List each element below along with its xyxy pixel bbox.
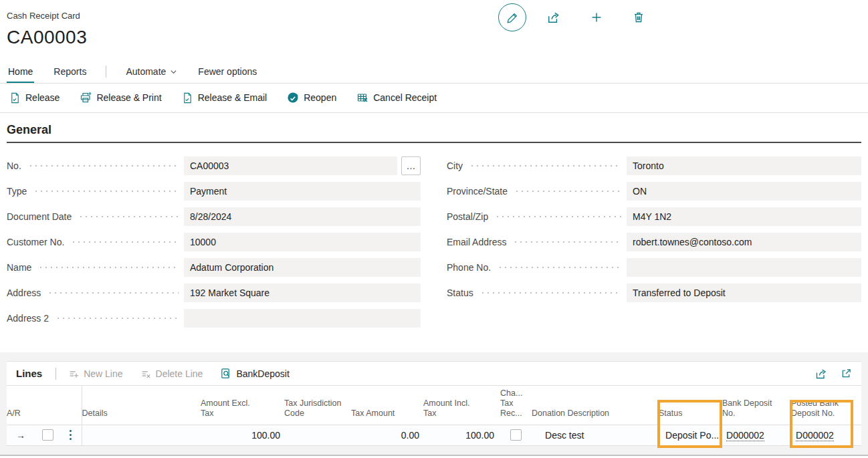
reopen-button[interactable]: Reopen — [287, 92, 336, 104]
column-header-details[interactable]: Details — [82, 386, 201, 425]
province-state-field[interactable]: ON — [627, 182, 861, 201]
dotted-leader — [47, 292, 179, 294]
bank-deposit-button[interactable]: BankDeposit — [220, 368, 289, 379]
column-header-amount-incl-tax[interactable]: Amount Incl. Tax — [423, 386, 500, 425]
column-label: Status — [659, 409, 722, 419]
lines-toolbar: Lines New Line Del — [7, 362, 861, 386]
document-date-field[interactable]: 8/28/2024 — [184, 207, 421, 226]
tax-jurisdiction-code-cell[interactable] — [284, 425, 351, 445]
charitable-tax-receipt-checkbox[interactable] — [510, 429, 522, 441]
page-caption: Cash Receipt Card — [7, 11, 861, 21]
vertical-dots-icon — [60, 430, 82, 440]
column-label: Tax — [201, 409, 284, 419]
release-and-email-button[interactable]: Release & Email — [182, 92, 267, 104]
delete-button[interactable] — [632, 11, 645, 24]
field-row-address: Address 192 Market Square — [7, 283, 421, 302]
column-label: Rec... — [500, 409, 532, 419]
city-field[interactable]: Toronto — [627, 156, 861, 175]
row-select-checkbox[interactable] — [42, 429, 53, 441]
lines-header-row: A/R Details Amount Excl. Tax Tax Jurisdi… — [7, 386, 861, 425]
no-field[interactable]: CA00003 — [184, 156, 397, 175]
focus-mode-expand-button[interactable] — [841, 368, 852, 379]
dotted-leader — [71, 241, 179, 243]
province-state-label: Province/State — [447, 186, 508, 197]
lines-title: Lines — [16, 368, 42, 379]
column-label: Code — [284, 409, 351, 419]
column-header-status[interactable]: Status — [659, 386, 722, 425]
new-line-button[interactable]: New Line — [68, 368, 122, 379]
delete-line-button[interactable]: Delete Line — [140, 368, 203, 379]
column-label: Amount Incl. — [423, 398, 500, 409]
column-header-charitable-tax-receipt[interactable]: Cha... Tax Rec... — [500, 386, 532, 425]
tab-reports[interactable]: Reports — [52, 64, 88, 83]
name-label: Name — [7, 262, 31, 273]
dotted-leader — [514, 190, 621, 193]
no-assist-edit-button[interactable]: … — [401, 156, 421, 175]
bank-deposit-no-cell: D000002 — [722, 425, 791, 445]
column-label: Tax — [423, 409, 500, 419]
phone-no-field[interactable] — [627, 258, 861, 277]
type-field[interactable]: Payment — [184, 182, 421, 201]
tab-home[interactable]: Home — [7, 64, 34, 83]
column-header-posted-bank-deposit-no[interactable]: Posted Bank Deposit No. — [791, 386, 861, 425]
customer-no-label: Customer No. — [7, 237, 64, 247]
field-row-customer-no: Customer No. 10000 — [7, 233, 421, 251]
release-and-print-button[interactable]: Release & Print — [80, 92, 161, 104]
customer-no-field[interactable]: 10000 — [184, 233, 421, 251]
dotted-leader — [480, 292, 621, 294]
address-field[interactable]: 192 Market Square — [184, 283, 421, 302]
tax-amount-cell[interactable]: 0.00 — [351, 425, 423, 445]
lines-table: A/R Details Amount Excl. Tax Tax Jurisdi… — [7, 386, 861, 446]
postal-zip-field[interactable]: M4Y 1N2 — [627, 207, 861, 226]
name-field[interactable]: Adatum Corporation — [184, 258, 421, 277]
page-title: CA00003 — [7, 27, 861, 48]
column-label: Deposit No. — [791, 409, 861, 419]
column-header-ar[interactable]: A/R — [7, 386, 82, 425]
column-header-tax-jurisdiction-code[interactable]: Tax Jurisdiction Code — [284, 386, 351, 425]
details-cell[interactable] — [82, 425, 201, 445]
email-address-label: Email Address — [447, 237, 506, 247]
donation-description-cell[interactable]: Desc test — [532, 425, 659, 445]
tab-fewer-options-label: Fewer options — [198, 66, 257, 77]
email-address-field[interactable]: robert.townes@contoso.com — [627, 233, 861, 251]
posted-bank-deposit-no-link[interactable]: D000002 — [796, 430, 834, 441]
bank-deposit-label: BankDeposit — [236, 368, 289, 379]
column-header-tax-amount[interactable]: Tax Amount — [351, 386, 423, 425]
column-label: Cha... — [500, 388, 532, 398]
tab-automate[interactable]: Automate — [124, 64, 179, 83]
type-label: Type — [7, 186, 27, 197]
dotted-leader — [495, 215, 621, 218]
column-label: Bank Deposit — [722, 398, 791, 409]
bank-deposit-no-link[interactable]: D000002 — [726, 430, 764, 441]
release-button[interactable]: Release — [9, 92, 60, 104]
general-section-title[interactable]: General — [7, 123, 861, 143]
menu-tabs: Home Reports Automate Fewer options — [0, 64, 868, 84]
dotted-leader — [33, 190, 179, 193]
row-options-handle[interactable] — [60, 425, 82, 445]
column-header-bank-deposit-no[interactable]: Bank Deposit No. — [722, 386, 791, 425]
column-label: Details — [82, 409, 201, 419]
share-button[interactable] — [547, 11, 560, 24]
cancel-receipt-button[interactable]: Cancel Receipt — [356, 92, 437, 104]
line-status-cell[interactable]: Deposit Po... — [659, 425, 722, 445]
page-header: Cash Receipt Card — [0, 0, 868, 48]
column-header-amount-excl-tax[interactable]: Amount Excl. Tax — [201, 386, 284, 425]
current-row-indicator: → — [7, 425, 35, 445]
lines-toolbar-right — [815, 368, 852, 380]
address-2-field[interactable] — [184, 309, 421, 328]
reopen-label: Reopen — [304, 92, 336, 103]
city-label: City — [447, 160, 463, 171]
tab-fewer-options[interactable]: Fewer options — [197, 64, 258, 83]
amount-incl-tax-cell[interactable]: 100.00 — [423, 425, 500, 445]
field-row-postal-zip: Postal/Zip M4Y 1N2 — [447, 207, 861, 226]
column-header-donation-description[interactable]: Donation Description — [532, 386, 659, 425]
status-field[interactable]: Transferred to Deposit — [627, 283, 861, 302]
amount-excl-tax-cell[interactable]: 100.00 — [201, 425, 284, 445]
share-lines-button[interactable] — [815, 368, 827, 380]
dotted-leader — [56, 317, 179, 320]
dotted-leader — [469, 164, 621, 167]
cancel-receipt-label: Cancel Receipt — [373, 92, 437, 103]
edit-button[interactable] — [498, 3, 526, 31]
column-label: Tax Jurisdiction — [284, 398, 351, 409]
add-button[interactable] — [590, 11, 603, 24]
